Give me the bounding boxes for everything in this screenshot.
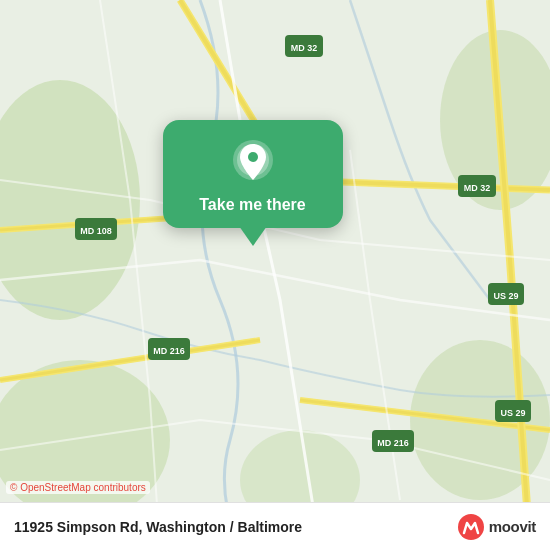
svg-text:US 29: US 29	[493, 291, 518, 301]
bottom-bar: 11925 Simpson Rd, Washington / Baltimore…	[0, 502, 550, 550]
svg-text:MD 216: MD 216	[377, 438, 409, 448]
attribution: © OpenStreetMap contributors	[6, 481, 150, 494]
osm-link[interactable]: © OpenStreetMap contributors	[10, 482, 146, 493]
svg-text:US 29: US 29	[500, 408, 525, 418]
attribution-text: © OpenStreetMap contributors	[10, 482, 146, 493]
address-text: 11925 Simpson Rd, Washington / Baltimore	[14, 519, 302, 535]
svg-text:MD 216: MD 216	[153, 346, 185, 356]
moovit-logo: moovit	[457, 513, 536, 541]
moovit-icon-svg	[457, 513, 485, 541]
svg-text:MD 108: MD 108	[80, 226, 112, 236]
svg-text:MD 32: MD 32	[464, 183, 491, 193]
svg-text:MD 32: MD 32	[291, 43, 318, 53]
moovit-name: moovit	[489, 518, 536, 535]
map-container: MD 32 MD 32 MD 108 MD 216 MD 216 US 29 U…	[0, 0, 550, 550]
